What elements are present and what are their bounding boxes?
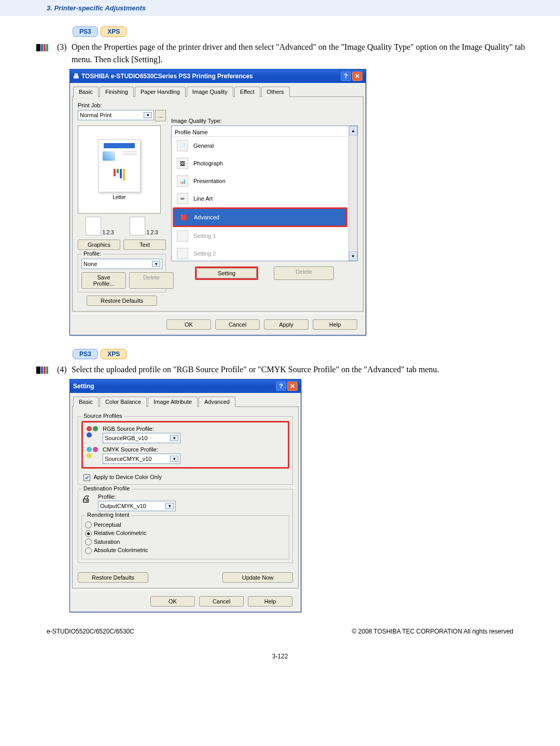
cmyk-profile-select[interactable]: SourceCMYK_v10▾ xyxy=(103,454,180,464)
step-text-3: Open the Properties page of the printer … xyxy=(72,41,534,66)
help-button[interactable]: Help xyxy=(313,319,357,330)
image-quality-type-label: Image Quality Type: xyxy=(171,118,358,124)
page-preview: Letter xyxy=(78,125,161,214)
badge-ps3: PS3 xyxy=(73,26,98,37)
general-icon: 📄 xyxy=(177,140,188,151)
relative-label: Relative Colorimetric xyxy=(94,530,146,536)
tab-effect[interactable]: Effect xyxy=(234,87,260,97)
perceptual-label: Perceptual xyxy=(94,522,121,528)
color-swatch-icon xyxy=(36,41,53,53)
cmyk-icon xyxy=(86,446,99,459)
printing-preferences-dialog: 🖶 TOSHIBA e-STUDIO6530CSeries PS3 Printi… xyxy=(69,69,366,335)
lineart-icon: ✏ xyxy=(177,193,188,204)
help-icon[interactable]: ? xyxy=(276,382,286,391)
restore-defaults-button[interactable]: Restore Defaults xyxy=(87,295,157,306)
apply-device-label: Apply to Device Color Only xyxy=(93,474,161,480)
step-number-3: (3) xyxy=(57,41,72,53)
app-icon: 🖶 xyxy=(73,73,79,80)
badge-xps: XPS xyxy=(101,349,127,359)
tab-color-balance[interactable]: Color Balance xyxy=(100,397,147,407)
apply-button[interactable]: Apply xyxy=(264,319,309,330)
footer-copyright: © 2008 TOSHIBA TEC CORPORATION All right… xyxy=(352,628,513,635)
cancel2-button[interactable]: Cancel xyxy=(199,596,244,607)
absolute-label: Absolute Colorimetric xyxy=(94,547,148,553)
scrollbar[interactable]: ▲ ▼ xyxy=(348,126,357,261)
opt-presentation[interactable]: 📊Presentation xyxy=(173,172,347,190)
opt-setting1[interactable]: Setting 1 xyxy=(173,227,347,245)
delete-profile-button: Delete xyxy=(129,272,174,289)
scroll-up-icon[interactable]: ▲ xyxy=(349,126,357,135)
radio-relative[interactable] xyxy=(85,530,92,537)
dialog-title: Setting xyxy=(73,383,275,390)
titlebar[interactable]: 🖶 TOSHIBA e-STUDIO6530CSeries PS3 Printi… xyxy=(70,69,366,83)
advanced-icon: 🟥 xyxy=(178,212,189,222)
radio-perceptual[interactable] xyxy=(85,522,92,528)
image-quality-listbox[interactable]: Profile Name 📄General 🖼Photograph 📊Prese… xyxy=(171,125,358,261)
opt-advanced[interactable]: 🟥Advanced xyxy=(174,209,346,226)
cmyk-profile-label: CMYK Source Profile: xyxy=(103,446,285,453)
apply-device-checkbox[interactable]: ✔ xyxy=(83,474,90,481)
tab-basic[interactable]: Basic xyxy=(73,87,99,97)
chevron-down-icon[interactable]: ▾ xyxy=(170,456,178,462)
radio-saturation[interactable] xyxy=(85,539,92,545)
tab-finishing[interactable]: Finishing xyxy=(100,87,134,97)
save-profile-button[interactable]: Save Profile... xyxy=(81,272,126,289)
close-icon[interactable]: ✕ xyxy=(352,72,362,81)
opt-setting2[interactable]: Setting 2 xyxy=(173,245,347,262)
thumb-icon-2[interactable] xyxy=(130,217,145,235)
opt-photograph[interactable]: 🖼Photograph xyxy=(173,154,347,172)
step-text-4: Select the uploaded profile on "RGB Sour… xyxy=(72,363,534,376)
thumb-icon-1[interactable] xyxy=(86,217,101,235)
chevron-down-icon[interactable]: ▾ xyxy=(144,112,152,118)
setting-dialog: Setting ? ✕ Basic Color Balance Image At… xyxy=(69,379,301,612)
print-job-settings-button[interactable]: … xyxy=(155,110,166,121)
print-job-label: Print Job: xyxy=(78,102,166,108)
dest-profile-label: Profile: xyxy=(98,494,289,500)
section-header: 3. Printer-specific Adjustments xyxy=(0,0,560,16)
delete2-button: Delete xyxy=(274,266,334,280)
profile-name-header: Profile Name xyxy=(173,128,347,137)
setting2-icon xyxy=(177,248,188,259)
rgb-profile-label: RGB Source Profile: xyxy=(103,426,285,432)
scroll-down-icon[interactable]: ▼ xyxy=(349,251,357,261)
dialog-title: TOSHIBA e-STUDIO6530CSeries PS3 Printing… xyxy=(81,73,340,80)
tab-advanced[interactable]: Advanced xyxy=(199,397,235,407)
footer-model: e-STUDIO5520C/6520C/6530C xyxy=(47,628,134,635)
help-icon[interactable]: ? xyxy=(341,72,351,81)
photograph-icon: 🖼 xyxy=(177,158,188,169)
titlebar[interactable]: Setting ? ✕ xyxy=(70,379,301,393)
chevron-down-icon[interactable]: ▾ xyxy=(165,503,174,509)
graphics-button[interactable]: Graphics xyxy=(78,240,120,250)
chevron-down-icon[interactable]: ▾ xyxy=(152,261,160,267)
dest-profile-select[interactable]: OutputCMYK_v10▾ xyxy=(98,501,176,511)
help2-button[interactable]: Help xyxy=(248,596,292,607)
close-icon[interactable]: ✕ xyxy=(287,382,298,391)
printer-icon: 🖨 xyxy=(81,494,94,504)
print-job-select[interactable]: Normal Print▾ xyxy=(78,110,154,120)
saturation-label: Saturation xyxy=(94,539,120,545)
ok-button[interactable]: OK xyxy=(166,319,211,330)
color-swatch-icon xyxy=(36,363,53,376)
cancel-button[interactable]: Cancel xyxy=(215,319,260,330)
tab-image-attribute[interactable]: Image Attribute xyxy=(148,397,198,407)
ok2-button[interactable]: OK xyxy=(150,596,195,607)
restore-defaults2-button[interactable]: Restore Defaults xyxy=(78,572,148,583)
chevron-down-icon[interactable]: ▾ xyxy=(170,435,178,441)
tabstrip[interactable]: Basic Color Balance Image Attribute Adva… xyxy=(70,393,301,406)
presentation-icon: 📊 xyxy=(177,175,188,187)
opt-lineart[interactable]: ✏Line Art xyxy=(173,190,347,207)
radio-absolute[interactable] xyxy=(85,547,92,554)
tabstrip[interactable]: Basic Finishing Paper Handling Image Qua… xyxy=(70,83,366,96)
rgb-profile-select[interactable]: SourceRGB_v10▾ xyxy=(103,433,180,443)
badge-ps3: PS3 xyxy=(73,349,98,359)
opt-general[interactable]: 📄General xyxy=(173,137,347,154)
tab-image-quality[interactable]: Image Quality xyxy=(187,87,233,97)
rendering-intent-label: Rendering Intent xyxy=(85,512,131,518)
tab-paper-handling[interactable]: Paper Handling xyxy=(135,87,186,97)
tab-basic2[interactable]: Basic xyxy=(73,397,99,407)
update-now-button[interactable]: Update Now xyxy=(222,572,293,583)
profile-select[interactable]: None▾ xyxy=(81,259,162,269)
setting-button[interactable]: Setting xyxy=(197,268,257,278)
text-button[interactable]: Text xyxy=(123,240,166,250)
tab-others[interactable]: Others xyxy=(261,87,290,97)
